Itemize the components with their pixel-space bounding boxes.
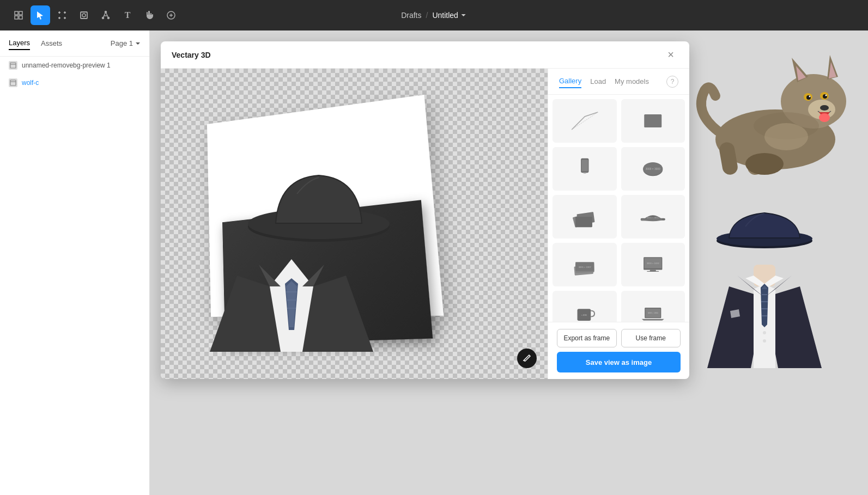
button-row: Export as frame Use frame xyxy=(557,329,681,347)
layer-icon xyxy=(9,78,17,87)
svg-rect-29 xyxy=(644,114,661,127)
svg-point-75 xyxy=(764,123,808,150)
svg-point-66 xyxy=(809,96,811,97)
suit-canvas-svg xyxy=(702,259,827,368)
gallery-item-dark-sq[interactable] xyxy=(621,99,685,143)
svg-point-16 xyxy=(105,11,107,13)
frame-tool[interactable] xyxy=(52,5,72,25)
comment-tool[interactable] xyxy=(161,5,181,25)
gallery-row: 4015 × 4015 xyxy=(553,195,685,239)
svg-point-67 xyxy=(825,95,827,96)
gallery-row: × 4096 3496 × 1964 xyxy=(553,291,685,322)
svg-point-15 xyxy=(108,17,110,19)
page-selector-dropdown-icon xyxy=(135,41,141,46)
layer-icon xyxy=(9,61,17,70)
top-toolbar: T Drafts / Untitled xyxy=(0,0,868,30)
svg-point-84 xyxy=(763,339,766,343)
wolf-element[interactable] xyxy=(677,41,852,188)
svg-rect-1 xyxy=(19,11,22,15)
suit-svg xyxy=(204,232,379,352)
title-dropdown-icon xyxy=(460,12,467,19)
suit-element[interactable] xyxy=(702,259,827,368)
panel-tab-load[interactable]: Load xyxy=(590,75,606,88)
gallery-row: 3000 × 3000 xyxy=(553,147,685,191)
layer-item[interactable]: unnamed-removebg-preview 1 xyxy=(0,57,149,74)
sidebar-tab-layers[interactable]: Layers xyxy=(9,36,30,50)
pencil-icon xyxy=(523,354,531,363)
breadcrumb-parent[interactable]: Drafts xyxy=(401,11,421,20)
canvas-elements xyxy=(677,41,852,368)
panel-tab-bar: Gallery Load My models ? xyxy=(548,69,689,95)
gallery-item-plane[interactable] xyxy=(553,99,617,143)
hat-element[interactable] xyxy=(715,199,814,248)
gallery-item-laptop[interactable]: 3496 × 1964 xyxy=(621,291,685,322)
svg-rect-12 xyxy=(81,12,87,19)
svg-point-13 xyxy=(82,14,86,17)
toolbar-tools: T xyxy=(9,5,181,25)
gallery-item-card-stack[interactable]: 3005 × 1907 xyxy=(553,243,617,286)
svg-rect-3 xyxy=(19,16,22,19)
shape-tool[interactable] xyxy=(74,5,94,25)
modal-close-button[interactable]: × xyxy=(663,47,678,63)
export-frame-button[interactable]: Export as frame xyxy=(557,329,617,347)
gallery-item-business-cards[interactable] xyxy=(553,195,617,239)
svg-text:3005 × 1907: 3005 × 1907 xyxy=(578,266,591,268)
sidebar-tab-bar: Layers Assets Page 1 xyxy=(0,30,149,57)
svg-rect-22 xyxy=(10,80,16,85)
select-tool[interactable] xyxy=(31,5,50,25)
right-panel: Gallery Load My models ? xyxy=(548,69,689,379)
hat-canvas-svg xyxy=(715,199,814,248)
gallery-grid: 3000 × 3000 xyxy=(548,95,689,322)
svg-rect-20 xyxy=(10,63,16,68)
3d-preview-area[interactable] xyxy=(161,69,548,379)
pen-tool[interactable] xyxy=(96,5,116,25)
left-sidebar: Layers Assets Page 1 unnamed-removebg-pr… xyxy=(0,30,150,495)
edit-pencil-button[interactable] xyxy=(517,349,537,368)
modal-title: Vectary 3D xyxy=(172,51,211,59)
panel-help-button[interactable]: ? xyxy=(666,76,678,88)
mockup-container xyxy=(183,90,455,363)
svg-point-83 xyxy=(763,331,766,334)
gallery-item-phone[interactable] xyxy=(553,147,617,191)
gallery-row xyxy=(553,99,685,143)
breadcrumb-separator: / xyxy=(426,11,428,20)
panel-tab-my-models[interactable]: My models xyxy=(615,75,649,88)
gallery-row: 3005 × 1907 3000 × 1692 xyxy=(553,243,685,286)
gallery-item-cap[interactable]: 4015 × 4015 xyxy=(621,195,685,239)
svg-text:× 4096: × 4096 xyxy=(581,314,587,316)
svg-point-70 xyxy=(819,113,830,122)
preview-content xyxy=(161,69,548,379)
layer-item[interactable]: wolf-c xyxy=(0,74,149,91)
svg-text:3496 × 1964: 3496 × 1964 xyxy=(648,312,658,314)
vectary-modal: Vectary 3D × xyxy=(161,41,689,379)
main-area: Layers Assets Page 1 unnamed-removebg-pr… xyxy=(0,30,868,495)
hand-tool[interactable] xyxy=(139,5,159,25)
use-frame-button[interactable]: Use frame xyxy=(621,329,681,347)
panel-tab-gallery[interactable]: Gallery xyxy=(559,75,581,88)
svg-rect-0 xyxy=(15,11,18,15)
svg-point-69 xyxy=(820,105,829,111)
gallery-item-monitor[interactable]: 3000 × 1692 xyxy=(621,243,685,286)
svg-point-73 xyxy=(745,153,784,175)
svg-point-14 xyxy=(102,17,104,19)
modal-header: Vectary 3D × xyxy=(161,41,689,69)
svg-rect-31 xyxy=(581,160,588,172)
canvas-area[interactable]: Vectary 3D × xyxy=(150,30,868,495)
toolbar-breadcrumb: Drafts / Untitled xyxy=(401,11,467,20)
svg-rect-2 xyxy=(15,16,18,19)
text-tool[interactable]: T xyxy=(118,5,137,25)
breadcrumb-title[interactable]: Untitled xyxy=(432,11,466,20)
svg-rect-38 xyxy=(575,217,592,227)
gallery-item-mug[interactable]: × 4096 xyxy=(553,291,617,322)
svg-text:3000 × 3000: 3000 × 3000 xyxy=(646,168,660,170)
svg-text:4015 × 4015: 4015 × 4015 xyxy=(647,216,660,219)
select-group-tool[interactable] xyxy=(9,5,28,25)
svg-rect-48 xyxy=(647,271,659,272)
svg-text:3000 × 1692: 3000 × 1692 xyxy=(647,262,660,265)
page-selector[interactable]: Page 1 xyxy=(111,39,141,47)
save-view-button[interactable]: Save view as image xyxy=(557,352,681,372)
panel-footer: Export as frame Use frame Save view as i… xyxy=(548,322,689,379)
sidebar-tab-assets[interactable]: Assets xyxy=(41,37,62,50)
wolf-svg xyxy=(677,41,852,183)
gallery-item-oval-label[interactable]: 3000 × 3000 xyxy=(621,147,685,191)
